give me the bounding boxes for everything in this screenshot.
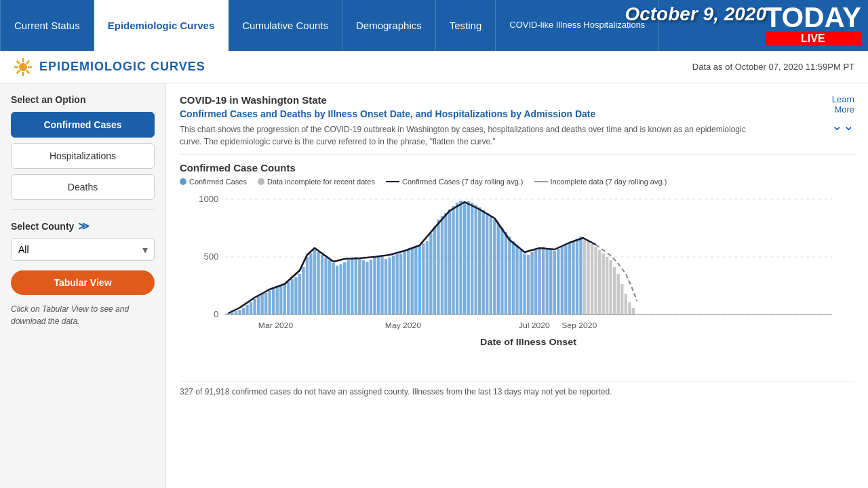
legend-incomplete-rolling: Incomplete data (7 day rolling avg.)	[534, 178, 667, 186]
svg-rect-41	[324, 258, 327, 314]
svg-rect-100	[546, 248, 549, 314]
svg-rect-21	[250, 302, 252, 314]
select-option-label: Select an Option	[11, 94, 155, 105]
svg-rect-48	[351, 259, 353, 314]
svg-rect-115	[601, 253, 604, 314]
svg-rect-118	[613, 267, 616, 314]
tabular-view-button[interactable]: Tabular View	[11, 270, 155, 295]
double-arrow-icon: ≫	[78, 220, 90, 232]
option-hospitalizations[interactable]: Hospitalizations	[11, 143, 155, 169]
svg-rect-74	[448, 209, 451, 314]
svg-rect-98	[538, 248, 540, 314]
svg-rect-72	[441, 216, 443, 314]
svg-rect-27	[272, 289, 275, 314]
svg-rect-67	[422, 243, 425, 314]
svg-rect-123	[632, 308, 635, 314]
svg-rect-68	[426, 241, 429, 314]
svg-rect-120	[620, 284, 623, 314]
chart-top: COVID-19 in Washington State Confirmed C…	[180, 94, 854, 148]
sidebar: Select an Option Confirmed Cases Hospita…	[0, 83, 166, 488]
svg-rect-113	[594, 247, 597, 314]
svg-rect-60	[395, 254, 398, 314]
svg-rect-65	[414, 247, 417, 314]
svg-rect-94	[523, 253, 526, 314]
svg-rect-57	[384, 259, 387, 314]
svg-rect-107	[572, 241, 574, 314]
svg-rect-70	[433, 226, 436, 314]
svg-rect-114	[598, 250, 601, 314]
svg-rect-39	[317, 252, 319, 314]
svg-rect-37	[309, 253, 312, 314]
svg-rect-42	[328, 260, 331, 314]
overlay-date: October 9, 2020	[625, 3, 766, 25]
svg-rect-99	[542, 247, 545, 314]
main-content: Select an Option Confirmed Cases Hospita…	[0, 83, 868, 488]
svg-text:1000: 1000	[199, 195, 218, 204]
svg-rect-55	[377, 256, 380, 314]
legend-dot-incomplete	[258, 178, 264, 185]
svg-text:500: 500	[203, 253, 218, 262]
svg-rect-92	[515, 246, 518, 314]
chart-bars	[227, 201, 635, 314]
svg-rect-80	[471, 203, 473, 314]
svg-rect-66	[418, 245, 421, 314]
svg-rect-54	[373, 258, 376, 314]
svg-rect-22	[253, 299, 256, 314]
svg-text:Mar 2020: Mar 2020	[258, 322, 293, 329]
learn-more-button[interactable]: Learn More ⌄⌄	[831, 94, 854, 134]
svg-rect-96	[530, 252, 533, 314]
svg-rect-26	[268, 291, 271, 314]
svg-rect-71	[437, 220, 439, 314]
svg-rect-64	[411, 248, 414, 314]
legend-incomplete: Data incomplete for recent dates	[258, 178, 375, 186]
svg-rect-117	[609, 260, 612, 314]
svg-line-7	[27, 61, 29, 63]
tab-cumulative-counts[interactable]: Cumulative Counts	[229, 0, 342, 51]
county-select-wrapper[interactable]: All Adams Asotin Benton Chelan	[11, 238, 155, 261]
svg-rect-95	[527, 255, 530, 314]
page-header: EPIDEMIOLOGIC CURVES Data as of October …	[0, 51, 868, 83]
tab-current-status[interactable]: Current Status	[0, 0, 94, 51]
svg-rect-83	[482, 210, 485, 314]
svg-rect-23	[257, 296, 260, 314]
option-confirmed-cases[interactable]: Confirmed Cases	[11, 112, 155, 138]
legend-dot-confirmed	[180, 178, 186, 185]
page-title: EPIDEMIOLOGIC CURVES	[39, 60, 205, 74]
svg-line-6	[27, 70, 29, 73]
tab-epidemiologic-curves[interactable]: Epidemiologic Curves	[94, 0, 229, 51]
chart-container: 1000 500 0	[180, 192, 854, 375]
svg-rect-38	[313, 250, 316, 314]
svg-rect-87	[497, 224, 500, 314]
svg-rect-93	[519, 250, 522, 314]
svg-rect-79	[467, 201, 469, 314]
option-deaths[interactable]: Deaths	[11, 174, 155, 200]
svg-rect-45	[339, 264, 342, 314]
svg-rect-44	[336, 266, 338, 314]
svg-rect-40	[321, 255, 323, 314]
svg-rect-18	[238, 310, 241, 314]
svg-rect-19	[242, 308, 245, 314]
chart-svg: 1000 500 0	[180, 192, 854, 375]
svg-rect-51	[362, 260, 365, 314]
tab-demographics[interactable]: Demographics	[342, 0, 436, 51]
svg-rect-106	[568, 243, 571, 314]
svg-rect-97	[534, 250, 537, 314]
svg-rect-56	[380, 257, 383, 314]
svg-rect-81	[474, 205, 477, 314]
legend-line-incomplete-rolling	[534, 181, 548, 182]
svg-rect-75	[452, 206, 454, 314]
svg-rect-30	[283, 284, 286, 314]
overlay-logo: TODAY LIVE	[765, 3, 861, 45]
svg-rect-49	[355, 257, 357, 314]
svg-text:May 2020: May 2020	[385, 322, 421, 329]
tab-testing[interactable]: Testing	[436, 0, 496, 51]
svg-rect-91	[512, 241, 515, 314]
svg-text:Date of Illness Onset: Date of Illness Onset	[480, 338, 576, 347]
county-select[interactable]: All Adams Asotin Benton Chelan	[11, 238, 155, 261]
svg-rect-20	[245, 305, 248, 314]
epi-icon	[14, 58, 33, 77]
svg-point-0	[19, 63, 27, 71]
svg-rect-53	[370, 260, 372, 314]
svg-rect-34	[298, 274, 301, 314]
chart-area: COVID-19 in Washington State Confirmed C…	[166, 83, 868, 488]
